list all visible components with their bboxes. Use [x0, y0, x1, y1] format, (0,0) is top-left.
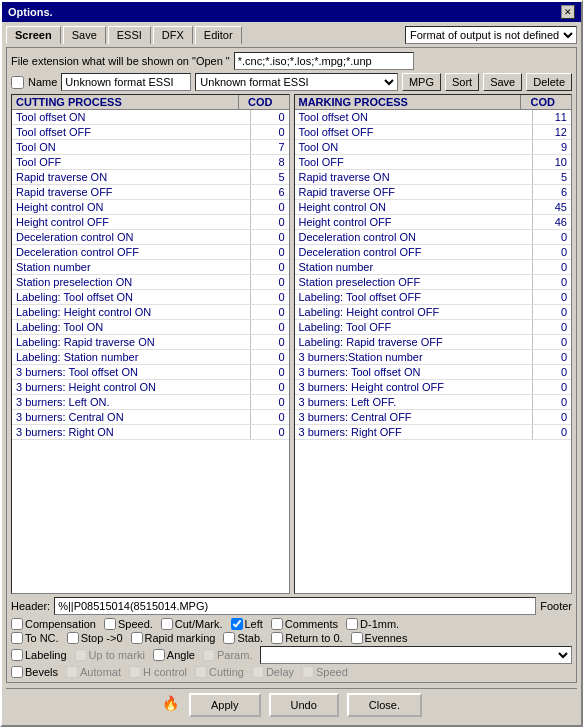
table-row[interactable]: Labeling: Height control ON0	[12, 305, 289, 320]
table-row[interactable]: Tool OFF10	[295, 155, 572, 170]
cell-name: Tool offset OFF	[12, 125, 251, 139]
automat-checkbox[interactable]	[66, 666, 78, 678]
table-row[interactable]: Rapid traverse OFF6	[295, 185, 572, 200]
table-row[interactable]: Height control OFF46	[295, 215, 572, 230]
table-row[interactable]: 3 burners: Tool offset ON0	[295, 365, 572, 380]
close-button[interactable]: Close.	[347, 693, 422, 717]
table-row[interactable]: 3 burners: Right OFF0	[295, 425, 572, 440]
table-row[interactable]: 3 burners: Left OFF.0	[295, 395, 572, 410]
header-input[interactable]	[54, 597, 536, 615]
table-row[interactable]: Height control ON45	[295, 200, 572, 215]
uptomarki-checkbox[interactable]	[75, 649, 87, 661]
table-row[interactable]: Height control OFF0	[12, 215, 289, 230]
table-row[interactable]: Height control ON0	[12, 200, 289, 215]
table-row[interactable]: Labeling: Height control OFF0	[295, 305, 572, 320]
bevels-checkbox[interactable]	[11, 666, 23, 678]
table-row[interactable]: Station preselection OFF0	[295, 275, 572, 290]
table-row[interactable]: Deceleration control ON0	[295, 230, 572, 245]
tab-screen[interactable]: Screen	[6, 26, 61, 44]
hcontrol-checkbox[interactable]	[129, 666, 141, 678]
mpg-button[interactable]: MPG	[402, 73, 441, 91]
table-row[interactable]: Labeling: Rapid traverse ON0	[12, 335, 289, 350]
speed2-checkbox[interactable]	[302, 666, 314, 678]
table-row[interactable]: Labeling: Rapid traverse OFF0	[295, 335, 572, 350]
table-row[interactable]: Tool offset OFF0	[12, 125, 289, 140]
speed-checkbox[interactable]	[104, 618, 116, 630]
table-row[interactable]: 3 burners: Right ON0	[12, 425, 289, 440]
delete-button[interactable]: Delete	[526, 73, 572, 91]
cell-code: 0	[251, 350, 289, 364]
table-row[interactable]: Labeling: Station number0	[12, 350, 289, 365]
table-row[interactable]: Tool offset ON11	[295, 110, 572, 125]
check-angle: Angle	[153, 649, 195, 661]
table-row[interactable]: Rapid traverse ON5	[295, 170, 572, 185]
table-row[interactable]: Rapid traverse ON5	[12, 170, 289, 185]
evennes-checkbox[interactable]	[351, 632, 363, 644]
undo-button[interactable]: Undo	[269, 693, 339, 717]
name-input[interactable]	[61, 73, 191, 91]
table-row[interactable]: Station preselection ON0	[12, 275, 289, 290]
table-row[interactable]: 3 burners:Station number0	[295, 350, 572, 365]
param-checkbox[interactable]	[203, 649, 215, 661]
marking-header-name: MARKING PROCESS	[295, 95, 522, 109]
cell-name: Labeling: Height control OFF	[295, 305, 534, 319]
table-row[interactable]: 3 burners: Tool offset ON0	[12, 365, 289, 380]
file-extension-input[interactable]	[234, 52, 414, 70]
cell-code: 0	[533, 380, 571, 394]
table-row[interactable]: Deceleration control ON0	[12, 230, 289, 245]
sort-button[interactable]: Sort	[445, 73, 479, 91]
table-row[interactable]: Tool offset OFF12	[295, 125, 572, 140]
delay-checkbox[interactable]	[252, 666, 264, 678]
table-row[interactable]: 3 burners: Left ON.0	[12, 395, 289, 410]
d1mm-checkbox[interactable]	[346, 618, 358, 630]
compensation-checkbox[interactable]	[11, 618, 23, 630]
angle-checkbox[interactable]	[153, 649, 165, 661]
marking-header-code: COD	[521, 95, 559, 109]
table-row[interactable]: Deceleration control OFF0	[12, 245, 289, 260]
tab-save[interactable]: Save	[63, 26, 106, 44]
rapidmarking-checkbox[interactable]	[131, 632, 143, 644]
left-checkbox[interactable]	[231, 618, 243, 630]
table-row[interactable]: Rapid traverse OFF6	[12, 185, 289, 200]
stop-checkbox[interactable]	[67, 632, 79, 644]
tab-dfx[interactable]: DFX	[153, 26, 193, 44]
save-button[interactable]: Save	[483, 73, 522, 91]
table-row[interactable]: Labeling: Tool offset OFF0	[295, 290, 572, 305]
table-row[interactable]: 3 burners: Central ON0	[12, 410, 289, 425]
hcontrol-label: H control	[143, 666, 187, 678]
cell-name: 3 burners: Right OFF	[295, 425, 534, 439]
table-row[interactable]: Tool offset ON0	[12, 110, 289, 125]
table-row[interactable]: Station number0	[12, 260, 289, 275]
tonc-checkbox[interactable]	[11, 632, 23, 644]
tab-editor[interactable]: Editor	[195, 26, 242, 44]
table-row[interactable]: 3 burners: Height control OFF0	[295, 380, 572, 395]
table-row[interactable]: 3 burners: Central OFF0	[295, 410, 572, 425]
window-close-button[interactable]: ✕	[561, 5, 575, 19]
comments-checkbox[interactable]	[271, 618, 283, 630]
footer-label: Footer	[540, 600, 572, 612]
table-row[interactable]: Labeling: Tool ON0	[12, 320, 289, 335]
table-row[interactable]: 3 burners: Height control ON0	[12, 380, 289, 395]
param-combo[interactable]	[260, 646, 572, 664]
cutmark-checkbox[interactable]	[161, 618, 173, 630]
apply-button[interactable]: Apply	[189, 693, 261, 717]
cell-code: 0	[251, 425, 289, 439]
check-automat: Automat	[66, 666, 121, 678]
stab-checkbox[interactable]	[223, 632, 235, 644]
table-row[interactable]: Tool ON7	[12, 140, 289, 155]
tab-essi[interactable]: ESSI	[108, 26, 151, 44]
table-row[interactable]: Labeling: Tool offset ON0	[12, 290, 289, 305]
format-dropdown[interactable]: Format of output is not defined Format o…	[405, 26, 577, 44]
cell-code: 0	[251, 260, 289, 274]
table-row[interactable]: Deceleration control OFF0	[295, 245, 572, 260]
cutting-checkbox[interactable]	[195, 666, 207, 678]
returntoz-checkbox[interactable]	[271, 632, 283, 644]
table-row[interactable]: Tool OFF8	[12, 155, 289, 170]
table-row[interactable]: Labeling: Tool OFF0	[295, 320, 572, 335]
cell-code: 8	[251, 155, 289, 169]
table-row[interactable]: Station number0	[295, 260, 572, 275]
labeling-checkbox[interactable]	[11, 649, 23, 661]
name-checkbox[interactable]	[11, 76, 24, 89]
name-combo[interactable]: Unknown format ESSI	[195, 73, 398, 91]
table-row[interactable]: Tool ON9	[295, 140, 572, 155]
